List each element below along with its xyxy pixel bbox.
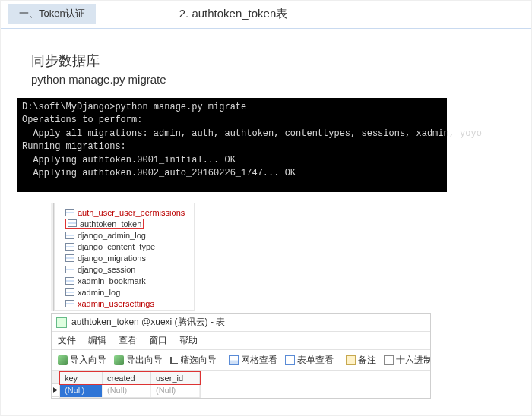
grid-header: key created user_id: [59, 371, 201, 385]
tree-item-label: auth_user_user_permissions: [78, 208, 185, 217]
grid-view-button[interactable]: 网格查看: [226, 352, 280, 368]
table-icon: [56, 317, 67, 328]
window-title: authtoken_token @xuexi (腾讯云) - 表: [71, 316, 225, 329]
col-key[interactable]: key: [60, 372, 103, 384]
table-icon: [65, 209, 74, 216]
table-icon: [65, 254, 74, 262]
tree-item[interactable]: django_migrations: [56, 252, 194, 263]
tree-item[interactable]: xadmin_log: [56, 286, 194, 298]
toolbar: 导入向导 导出向导 筛选向导 网格查看 表单查看 备注 十六进制 图像 A↓: [52, 350, 430, 371]
export-icon: [114, 355, 124, 365]
import-icon: [58, 355, 68, 365]
tree-item-label: authtoken_token: [80, 219, 141, 228]
cell-created[interactable]: (Null): [103, 385, 151, 397]
menu-view[interactable]: 查看: [119, 334, 137, 347]
form-view-button[interactable]: 表单查看: [282, 352, 337, 368]
tree-item[interactable]: django_admin_log: [56, 229, 194, 241]
tree-item-label: xadmin_log: [78, 288, 120, 297]
table-icon: [68, 219, 77, 227]
titlebar: authtoken_token @xuexi (腾讯云) - 表: [52, 314, 430, 332]
import-wizard-button[interactable]: 导入向导: [55, 352, 109, 368]
tree-item[interactable]: authtoken_token: [56, 218, 194, 229]
cell-key[interactable]: (Null): [60, 385, 103, 397]
tree-item-label: django_session: [78, 265, 135, 274]
tree-item[interactable]: auth_user_user_permissions: [56, 206, 194, 218]
tree-item-label: django_migrations: [78, 254, 146, 263]
hex-icon: [384, 355, 394, 365]
tree-item[interactable]: django_session: [56, 263, 194, 275]
memo-icon: [346, 355, 356, 365]
tree-item[interactable]: django_content_type: [56, 241, 194, 252]
row-gutter: [52, 371, 59, 397]
hex-button[interactable]: 十六进制: [381, 352, 430, 368]
heading-cmd: python manage.py migrate: [31, 73, 516, 86]
tree-item-label: django_content_type: [78, 242, 155, 251]
table-icon: [65, 277, 74, 285]
export-wizard-button[interactable]: 导出向导: [111, 352, 166, 368]
tree-item-label: xadmin_usersettings: [78, 299, 154, 308]
table-icon: [65, 266, 74, 273]
filter-icon: [170, 357, 178, 364]
navicat-window: authtoken_token @xuexi (腾讯云) - 表 文件 编辑 查…: [51, 313, 431, 399]
grid-icon: [229, 355, 239, 365]
menubar: 文件 编辑 查看 窗口 帮助: [52, 332, 430, 350]
menu-help[interactable]: 帮助: [179, 334, 198, 347]
terminal-output: D:\soft\MyDjango>python manage.py migrat…: [17, 98, 447, 192]
tree-item-label: django_admin_log: [78, 231, 146, 240]
menu-edit[interactable]: 编辑: [88, 334, 106, 347]
menu-window[interactable]: 窗口: [149, 334, 167, 347]
col-user-id[interactable]: user_id: [151, 372, 200, 384]
table-icon: [65, 232, 74, 239]
table-icon: [65, 288, 74, 296]
table-icon: [65, 243, 74, 251]
table-icon: [65, 300, 74, 307]
table-row[interactable]: (Null) (Null) (Null): [59, 385, 201, 398]
tree-item-label: xadmin_bookmark: [78, 276, 146, 285]
col-created[interactable]: created: [103, 372, 151, 384]
heading-cn: 同步数据库: [31, 52, 516, 70]
form-icon: [285, 355, 295, 365]
tree-item[interactable]: xadmin_usersettings: [56, 298, 194, 309]
data-grid[interactable]: key created user_id (Null) (Null) (Null): [59, 371, 201, 398]
tree-item[interactable]: xadmin_bookmark: [56, 275, 194, 286]
section-badge: 一、Token认证: [8, 4, 96, 24]
db-table-tree: auth_user_user_permissionsauthtoken_toke…: [54, 203, 195, 311]
current-row-indicator: [52, 384, 59, 397]
memo-button[interactable]: 备注: [343, 352, 379, 368]
filter-wizard-button[interactable]: 筛选向导: [167, 352, 220, 368]
subtitle: 2. authtoken_token表: [179, 7, 288, 21]
cell-user-id[interactable]: (Null): [151, 385, 200, 397]
menu-file[interactable]: 文件: [58, 334, 76, 347]
